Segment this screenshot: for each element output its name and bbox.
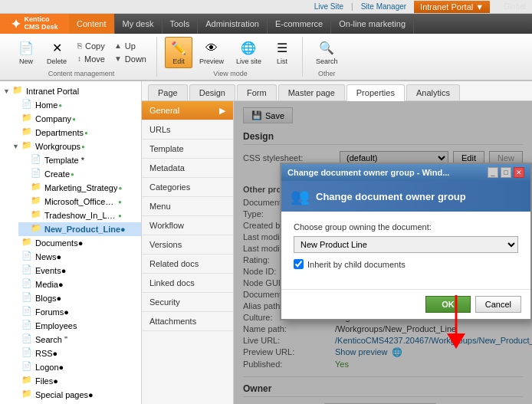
up-button[interactable]: ▲ Up bbox=[110, 40, 150, 52]
page-icon: 📄 bbox=[31, 154, 43, 166]
left-nav-related-docs[interactable]: Related docs bbox=[142, 255, 233, 274]
sidebar-item-company[interactable]: 📁 Company ● bbox=[9, 112, 141, 126]
page-icon: 📄 bbox=[21, 333, 34, 346]
left-nav-categories[interactable]: Categories bbox=[142, 178, 233, 197]
content-panel: Page Design Form Master page Properties … bbox=[142, 81, 532, 404]
site-manager-link[interactable]: Site Manager bbox=[361, 2, 406, 11]
dialog-maximize-button[interactable]: □ bbox=[501, 167, 511, 178]
sidebar-item-tradeshow[interactable]: 📁 Tradeshow_In_Las_Vegas* ● bbox=[18, 209, 141, 222]
left-nav-security[interactable]: Security bbox=[142, 293, 233, 312]
left-nav-workflow[interactable]: Workflow bbox=[142, 216, 233, 235]
nav-tab-mydesk[interactable]: My desk bbox=[115, 14, 163, 34]
nav-tab-ecommerce[interactable]: E-commerce bbox=[268, 14, 331, 34]
nav-tab-tools[interactable]: Tools bbox=[163, 14, 199, 34]
nav-tabs: Content My desk Tools Administration E-c… bbox=[69, 14, 414, 34]
sidebar-item-logon[interactable]: 📄 Logon● bbox=[9, 360, 141, 374]
inherit-child-checkbox[interactable] bbox=[294, 259, 304, 269]
sidebar-item-template[interactable]: 📄 Template * bbox=[18, 153, 141, 167]
top-bar: Live Site | Site Manager Intranet Portal… bbox=[0, 0, 532, 14]
live-site-link[interactable]: Live Site bbox=[314, 2, 343, 11]
page-icon: 📄 bbox=[21, 320, 34, 332]
sidebar-item-special-pages[interactable]: 📁 Special pages● bbox=[9, 388, 141, 402]
left-nav-menu[interactable]: Menu bbox=[142, 197, 233, 216]
folder-icon: 📁 bbox=[31, 195, 43, 208]
page-icon: 📄 bbox=[31, 168, 43, 180]
folder-icon: 📁 bbox=[21, 237, 34, 249]
folder-icon: 📁 bbox=[21, 389, 34, 401]
left-nav-versions[interactable]: Versions bbox=[142, 235, 233, 255]
group-select[interactable]: New Product Line bbox=[294, 236, 518, 253]
svg-marker-1 bbox=[447, 333, 465, 349]
folder-icon: 📁 bbox=[31, 182, 43, 194]
left-nav-urls[interactable]: URLs bbox=[142, 120, 233, 140]
global-link[interactable]: Global bbox=[504, 2, 526, 11]
sidebar-item-files[interactable]: 📁 Files● bbox=[9, 374, 141, 388]
sidebar-item-events[interactable]: 📄 Events● bbox=[9, 264, 141, 278]
folder-icon: 📁 bbox=[12, 85, 25, 97]
copy-button[interactable]: ⎘ Copy bbox=[74, 40, 109, 52]
left-nav-template[interactable]: Template bbox=[142, 140, 233, 159]
inherit-child-row: Inherit by child documents bbox=[294, 259, 518, 269]
sidebar-item-search[interactable]: 📄 Search '' bbox=[9, 333, 141, 347]
content-management-group: 📄 New ✕ Delete ⎘ Copy ↕ Move ▲ bbox=[6, 37, 157, 77]
nav-tab-content[interactable]: Content bbox=[69, 14, 115, 34]
sidebar-item-intranet-portal[interactable]: ▼ 📁 Intranet Portal bbox=[0, 84, 141, 98]
sidebar-item-microsoft[interactable]: 📁 Microsoft_Office_Upgrade* ● bbox=[18, 195, 141, 209]
sidebar-item-home[interactable]: 📄 Home ● bbox=[9, 98, 141, 112]
properties-panel: General ▶ URLs Template Metadata Categor… bbox=[142, 101, 532, 404]
move-button[interactable]: ↕ Move bbox=[74, 53, 109, 65]
new-button[interactable]: 📄 New bbox=[12, 37, 40, 68]
sidebar-item-forums[interactable]: 📄 Forums● bbox=[9, 305, 141, 319]
dialog-close-button[interactable]: ✕ bbox=[514, 167, 524, 178]
nav-tab-online-marketing[interactable]: On-line marketing bbox=[331, 14, 414, 34]
left-nav-general[interactable]: General ▶ bbox=[142, 101, 233, 120]
sidebar-item-documents[interactable]: 📁 Documents● bbox=[9, 236, 141, 250]
tab-analytics[interactable]: Analytics bbox=[406, 84, 460, 100]
sidebar-item-marketing[interactable]: 📁 Marketing_Strategy ● bbox=[18, 181, 141, 195]
main-layout: ▼ 📁 Intranet Portal 📄 Home ● 📁 Company ●… bbox=[0, 81, 532, 404]
sidebar-item-media[interactable]: 📄 Media● bbox=[9, 278, 141, 291]
nav-tab-administration[interactable]: Administration bbox=[198, 14, 268, 34]
page-icon: 📄 bbox=[21, 292, 34, 304]
sidebar-item-rss[interactable]: 📄 RSS● bbox=[9, 347, 141, 360]
sidebar-item-new-product-line[interactable]: 📁 New_Product_Line● bbox=[18, 222, 141, 236]
edit-button[interactable]: ✏️ Edit bbox=[165, 37, 192, 68]
left-nav-metadata[interactable]: Metadata bbox=[142, 159, 233, 178]
left-nav-linked-docs[interactable]: Linked docs bbox=[142, 274, 233, 293]
page-icon: 📄 bbox=[21, 264, 34, 277]
page-icon: 📄 bbox=[21, 361, 34, 373]
page-tabs: Page Design Form Master page Properties … bbox=[142, 81, 532, 101]
sidebar-tree: ▼ 📁 Intranet Portal 📄 Home ● 📁 Company ●… bbox=[0, 81, 141, 404]
dialog-header-title: Change document owner group bbox=[316, 191, 466, 202]
live-site-button[interactable]: 🌐 Live site bbox=[231, 37, 267, 68]
tab-page[interactable]: Page bbox=[148, 84, 188, 100]
toolbar: 📄 New ✕ Delete ⎘ Copy ↕ Move ▲ bbox=[0, 34, 532, 81]
search-button[interactable]: 🔍 Search bbox=[310, 37, 343, 68]
sidebar-item-workgroups[interactable]: ▼ 📁 Workgroups ● bbox=[9, 140, 141, 153]
down-button[interactable]: ▼ Down bbox=[110, 53, 150, 65]
dialog-window-title: Change document owner group - Wind... bbox=[287, 168, 449, 177]
choose-group-label: Choose group owning the document: bbox=[294, 222, 518, 232]
page-icon: 📄 bbox=[21, 347, 34, 360]
tab-design[interactable]: Design bbox=[189, 84, 235, 100]
sidebar-item-news[interactable]: 📄 News● bbox=[9, 250, 141, 264]
sidebar-item-create[interactable]: 📄 Create ● bbox=[18, 167, 141, 181]
left-nav-attachments[interactable]: Attachments bbox=[142, 312, 233, 331]
dialog-minimize-button[interactable]: _ bbox=[488, 167, 498, 178]
change-owner-dialog: Change document owner group - Wind... _ … bbox=[280, 163, 532, 320]
main-content: 💾 Owner Save Design CSS stylesheet: (def… bbox=[234, 101, 532, 404]
preview-button[interactable]: 👁 Preview bbox=[194, 37, 229, 68]
sidebar-item-blogs[interactable]: 📄 Blogs● bbox=[9, 291, 141, 305]
sidebar-item-departments[interactable]: 📁 Departments ● bbox=[9, 126, 141, 140]
dialog-header: 👥 Change document owner group bbox=[281, 181, 530, 212]
dialog-cancel-button[interactable]: Cancel bbox=[475, 296, 521, 313]
tab-properties[interactable]: Properties bbox=[346, 84, 405, 101]
tab-form[interactable]: Form bbox=[237, 84, 277, 100]
tab-master-page[interactable]: Master page bbox=[278, 84, 345, 100]
intranet-portal-button[interactable]: Intranet Portal ▼ bbox=[414, 1, 490, 13]
list-button[interactable]: ☰ List bbox=[268, 37, 296, 68]
folder-icon: 📁 bbox=[31, 209, 43, 222]
dialog-footer: OK Cancel bbox=[281, 289, 530, 319]
sidebar-item-employees[interactable]: 📄 Employees bbox=[9, 319, 141, 333]
delete-button[interactable]: ✕ Delete bbox=[41, 37, 72, 68]
